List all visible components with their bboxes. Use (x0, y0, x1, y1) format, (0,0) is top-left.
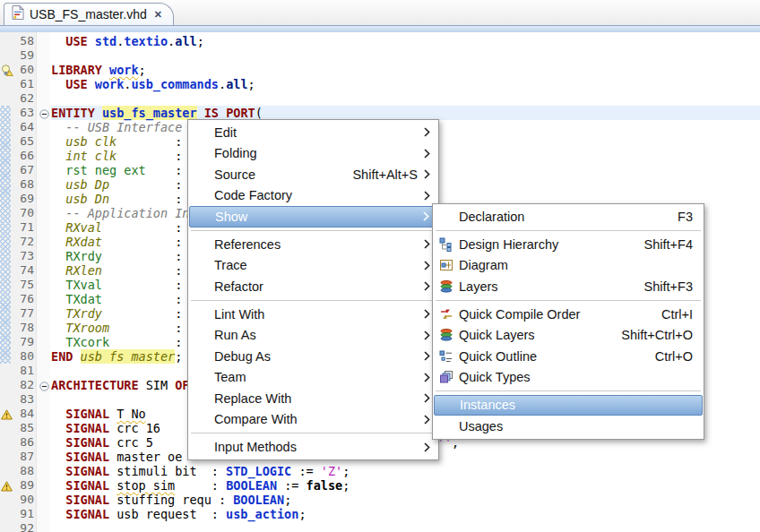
code-segment: ENTITY (51, 106, 95, 120)
line-number: 72 (0, 235, 34, 249)
submenu-arrow-icon (418, 281, 430, 291)
code-line-85[interactable]: SIGNAL crc 16 (51, 421, 160, 435)
code-line-90[interactable]: SIGNAL stuffing requ : BOOLEAN; (51, 493, 291, 507)
code-segment: : (102, 263, 182, 278)
show-submenu-item-quick-outline[interactable]: Quick OutlineCtrl+O (434, 346, 703, 367)
show-submenu-item-usages[interactable]: Usages (434, 416, 703, 437)
line-number: 90 (0, 493, 34, 507)
code-segment: stuffing requ : (109, 493, 233, 507)
context-menu-item-team[interactable]: Team (189, 367, 437, 389)
show-submenu-item-diagram[interactable]: Diagram (434, 255, 703, 277)
code-line-75[interactable]: TXval : (51, 278, 182, 292)
code-segment: SIGNAL (65, 407, 109, 421)
code-segment: TXcork (65, 335, 109, 349)
line-number: 70 (0, 206, 34, 220)
code-line-87[interactable]: SIGNAL master oe (51, 450, 182, 464)
code-segment: master oe (109, 450, 182, 464)
context-menu-item-source[interactable]: SourceShift+Alt+S (189, 164, 437, 185)
code-line-79[interactable]: TXcork : (51, 335, 182, 349)
code-segment: crc 5 (109, 435, 153, 450)
code-line-67[interactable]: rst neg ext : (51, 163, 182, 177)
code-line-60[interactable]: LIBRARY work; (51, 63, 146, 77)
context-menu-item-input-methods[interactable]: Input Methods (189, 437, 437, 459)
code-segment: : (117, 134, 182, 149)
code-segment: : (117, 149, 182, 163)
menu-item-label: Input Methods (214, 440, 297, 454)
editor-top-band (0, 25, 760, 32)
code-segment: T No (117, 407, 146, 421)
code-line-65[interactable]: usb clk : (51, 134, 182, 149)
code-line-80[interactable]: END usb fs master; (51, 349, 182, 364)
context-menu-item-code-factory[interactable]: Code Factory (189, 185, 437, 207)
code-line-69[interactable]: usb Dn : (51, 192, 182, 206)
code-line-61[interactable]: USE work.usb_commands.all; (51, 77, 255, 91)
code-line-84[interactable]: SIGNAL T No (51, 407, 146, 421)
code-line-58[interactable]: USE std.textio.all; (51, 34, 204, 48)
context-menu-item-lint-with[interactable]: Lint With (189, 304, 437, 325)
code-segment: TXval (65, 278, 102, 292)
code-line-73[interactable]: RXrdy : (51, 249, 182, 263)
code-segment: TXroom (65, 321, 109, 335)
editor-gutter[interactable]: 5859606162636465666768697071727374757677… (0, 32, 50, 532)
code-line-66[interactable]: int clk : (51, 149, 182, 163)
line-number: 82 (0, 378, 34, 392)
code-line-74[interactable]: RXlen : (51, 263, 182, 278)
code-segment (51, 292, 65, 306)
fold-collapse-icon[interactable] (39, 107, 49, 122)
context-menu-item-replace-with[interactable]: Replace With (189, 388, 437, 409)
code-line-68[interactable]: usb Dp : (51, 177, 182, 192)
menu-item-label: Code Factory (214, 188, 292, 202)
menu-item-label: Diagram (459, 258, 508, 272)
context-menu-item-debug-as[interactable]: Debug As (189, 346, 437, 367)
line-number: 79 (0, 335, 34, 349)
code-segment: usb Dn (65, 192, 109, 206)
fold-collapse-icon[interactable] (39, 380, 49, 394)
code-line-63[interactable]: ENTITY usb_fs_master IS PORT( (51, 106, 263, 120)
show-submenu-item-quick-compile-order[interactable]: Quick Compile OrderCtrl+I (434, 304, 703, 325)
code-line-91[interactable]: SIGNAL usb request : usb_action; (51, 507, 307, 521)
code-line-71[interactable]: RXval : (51, 220, 182, 235)
show-submenu-item-instances[interactable]: Instances (434, 395, 703, 416)
tab-title: USB_FS_master.vhd (30, 7, 147, 21)
layers-icon (439, 328, 459, 342)
code-segment: END (51, 349, 73, 364)
submenu-arrow-icon (418, 415, 430, 425)
code-line-82[interactable]: ARCHITECTURE SIM OF (51, 378, 189, 392)
code-line-78[interactable]: TXroom : (51, 321, 182, 335)
context-menu-item-show[interactable]: Show (189, 206, 437, 227)
context-menu-item-folding[interactable]: Folding (189, 143, 437, 165)
code-segment: : (109, 321, 182, 335)
submenu-arrow-icon (418, 351, 430, 361)
line-number: 67 (0, 163, 34, 177)
code-line-89[interactable]: SIGNAL stop sim : BOOLEAN := false; (51, 478, 350, 493)
submenu-arrow-icon (417, 211, 429, 221)
context-menu-item-trace[interactable]: Trace (189, 255, 437, 277)
context-menu-item-edit[interactable]: Edit (189, 122, 437, 143)
code-segment: SIGNAL (65, 464, 109, 478)
code-line-76[interactable]: TXdat : (51, 292, 182, 306)
code-segment: : (175, 478, 226, 493)
code-line-72[interactable]: RXdat : (51, 235, 182, 249)
code-segment: usb Dp (65, 177, 109, 192)
code-segment: ; (342, 464, 350, 478)
menu-shortcut: Shift+F4 (628, 237, 693, 252)
code-segment: USE (65, 34, 87, 48)
context-menu-item-run-as[interactable]: Run As (189, 325, 437, 347)
menu-item-label: Team (214, 370, 246, 384)
context-menu-item-compare-with[interactable]: Compare With (189, 409, 437, 431)
line-number: 80 (0, 349, 34, 364)
code-segment: ; (197, 34, 204, 48)
editor-tab[interactable]: USB_FS_master.vhd ✕ (4, 3, 174, 25)
show-submenu-item-quick-types[interactable]: Quick Types (434, 367, 703, 389)
code-line-77[interactable]: TXrdy : (51, 306, 182, 321)
code-segment (51, 335, 65, 349)
tab-close-icon[interactable]: ✕ (154, 9, 162, 21)
show-submenu-item-layers[interactable]: LayersShift+F3 (434, 276, 703, 297)
show-submenu-item-declaration[interactable]: DeclarationF3 (434, 206, 703, 227)
code-line-88[interactable]: SIGNAL stimuli bit : STD_LOGIC := 'Z'; (51, 464, 350, 478)
context-menu-item-refactor[interactable]: Refactor (189, 276, 437, 297)
show-submenu-item-design-hierarchy[interactable]: Design HierarchyShift+F4 (434, 234, 703, 255)
show-submenu-item-quick-layers[interactable]: Quick LayersShift+Ctrl+O (434, 325, 703, 347)
menu-item-label: Debug As (214, 349, 271, 364)
context-menu-item-references[interactable]: References (189, 234, 437, 255)
